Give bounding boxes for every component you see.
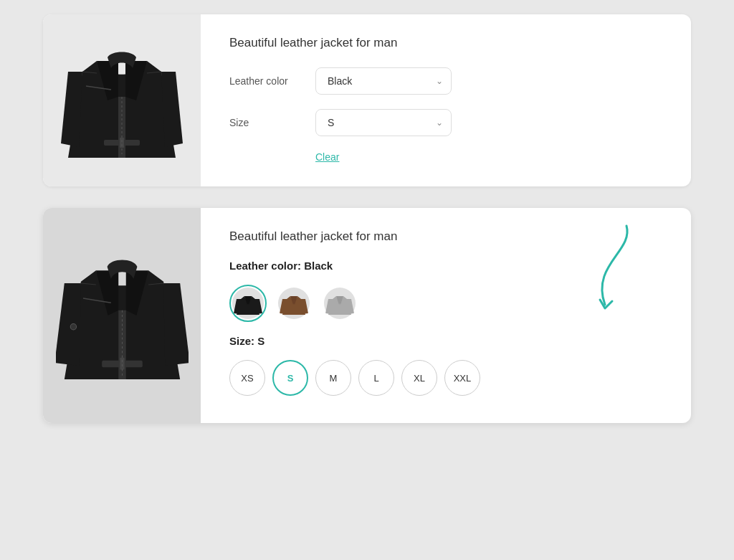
top-product-title: Beautiful leather jacket for man xyxy=(229,36,662,50)
size-select[interactable]: XS S M L XL XXL xyxy=(315,109,452,136)
arrow-svg xyxy=(576,222,634,315)
page-wrapper: Beautiful leather jacket for man Leather… xyxy=(0,14,734,423)
clear-link[interactable]: Clear xyxy=(315,151,339,163)
size-btn-m[interactable]: M xyxy=(315,360,351,396)
size-row: Size XS S M L XL XXL ⌄ xyxy=(229,109,662,136)
jacket-svg-bottom xyxy=(56,237,189,394)
bottom-card-image xyxy=(43,208,201,423)
top-card-image xyxy=(43,14,201,186)
leather-color-dropdown-wrapper[interactable]: Black Brown Grey ⌄ xyxy=(315,67,452,95)
leather-color-label: Leather color xyxy=(229,75,301,87)
brown-jacket-icon xyxy=(278,288,310,319)
size-btn-s[interactable]: S xyxy=(272,360,308,396)
size-btn-xl[interactable]: XL xyxy=(401,360,437,396)
size-dropdown-wrapper[interactable]: XS S M L XL XXL ⌄ xyxy=(315,109,452,136)
size-btn-xs[interactable]: XS xyxy=(229,360,265,396)
color-swatch-grey[interactable] xyxy=(321,285,358,322)
svg-rect-7 xyxy=(120,358,124,370)
color-row: Leather color Black Brown Grey ⌄ xyxy=(229,67,662,95)
arrow-annotation xyxy=(576,222,634,308)
leather-color-select[interactable]: Black Brown Grey xyxy=(315,67,452,95)
color-swatch-black[interactable] xyxy=(229,285,267,322)
size-label: Size xyxy=(229,117,301,128)
top-card-content: Beautiful leather jacket for man Leather… xyxy=(201,14,691,186)
size-btn-l[interactable]: L xyxy=(358,360,394,396)
color-swatch-brown[interactable] xyxy=(275,285,313,322)
clear-row: Clear xyxy=(229,151,662,163)
size-btn-xxl[interactable]: XXL xyxy=(444,360,480,396)
jacket-svg-top xyxy=(61,29,183,172)
size-buttons: XS S M L XL XXL xyxy=(229,360,662,396)
grey-jacket-icon xyxy=(324,288,356,319)
top-card: Beautiful leather jacket for man Leather… xyxy=(43,14,691,186)
svg-point-12 xyxy=(70,324,76,330)
black-jacket-icon xyxy=(232,288,264,319)
size-section-title: Size: S xyxy=(229,335,662,347)
